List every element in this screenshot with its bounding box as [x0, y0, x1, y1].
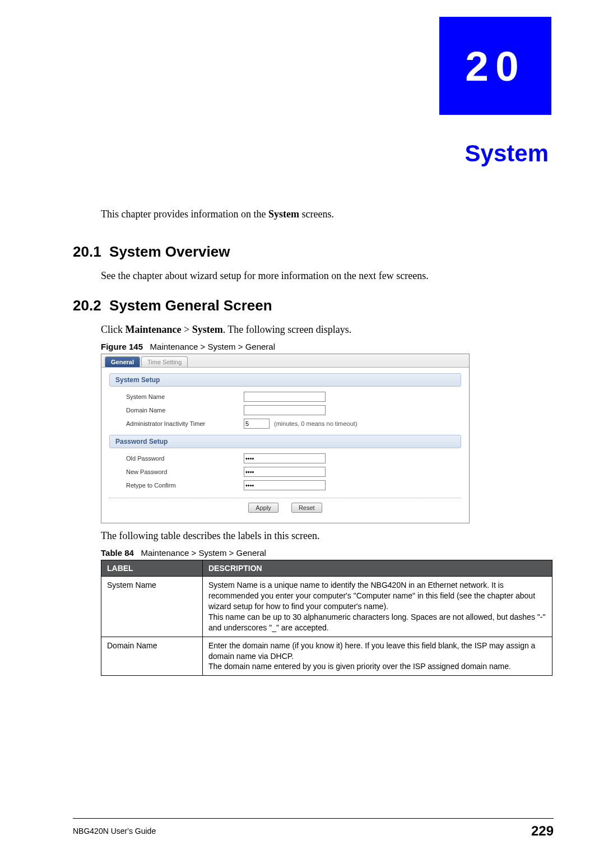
figure-container: General Time Setting System Setup System…	[101, 354, 470, 523]
section-title: System General Screen	[109, 297, 272, 314]
general-body: Click Maintenance > System. The followin…	[101, 323, 552, 336]
table-header-row: LABEL DESCRIPTION	[101, 560, 552, 577]
table-intro: The following table describes the labels…	[101, 529, 552, 542]
row-new-password: New Password	[109, 465, 461, 479]
text: >	[181, 324, 192, 335]
intro-prefix: This chapter provides information on the	[101, 208, 268, 220]
input-retype-password[interactable]	[244, 480, 326, 490]
table-row: Domain Name Enter the domain name (if yo…	[101, 637, 552, 676]
footer-page-number: 229	[531, 823, 554, 839]
table-caption-label: Table 84	[101, 548, 134, 558]
cell-description: System Name is a unique name to identify…	[203, 577, 552, 637]
content-area: This chapter provides information on the…	[73, 207, 552, 676]
document-page: 20 System This chapter provides informat…	[0, 0, 613, 868]
header-label: LABEL	[101, 560, 203, 577]
input-old-password[interactable]	[244, 453, 326, 463]
screenshot-figure: General Time Setting System Setup System…	[101, 354, 470, 523]
label-system-name: System Name	[126, 393, 244, 400]
cell-label: System Name	[101, 577, 203, 637]
desc-p1: Enter the domain name (if you know it) h…	[208, 640, 546, 662]
input-system-name[interactable]	[244, 392, 326, 402]
tab-time-setting[interactable]: Time Setting	[141, 356, 188, 367]
chapter-number: 20	[465, 42, 525, 90]
chapter-number-box: 20	[439, 17, 551, 115]
label-admin-timer: Administrator Inactivity Timer	[126, 420, 244, 427]
header-description: DESCRIPTION	[203, 560, 552, 577]
label-retype-password: Retype to Confirm	[126, 482, 244, 489]
bold: Maintenance	[126, 324, 182, 335]
figure-caption-text: Maintenance > System > General	[150, 342, 275, 351]
table-caption-text: Maintenance > System > General	[141, 548, 266, 558]
section-password-setup: Password Setup	[109, 435, 461, 448]
section-heading-general: 20.2 System General Screen	[73, 297, 552, 314]
section-title: System Overview	[109, 243, 230, 260]
section-num: 20.1	[73, 243, 101, 260]
figure-body: System Setup System Name Domain Name Adm…	[101, 368, 469, 523]
apply-button[interactable]: Apply	[248, 503, 278, 513]
intro-bold: System	[268, 208, 299, 220]
row-system-name: System Name	[109, 390, 461, 403]
table-caption: Table 84 Maintenance > System > General	[101, 548, 552, 558]
row-retype-password: Retype to Confirm	[109, 479, 461, 492]
input-new-password[interactable]	[244, 467, 326, 477]
button-row: Apply Reset	[109, 498, 461, 513]
table-84: LABEL DESCRIPTION System Name System Nam…	[101, 560, 552, 676]
reset-button[interactable]: Reset	[291, 503, 322, 513]
cell-label: Domain Name	[101, 637, 203, 676]
page-footer: NBG420N User's Guide 229	[73, 818, 554, 839]
desc-p1: System Name is a unique name to identify…	[208, 580, 546, 612]
footer-guide-name: NBG420N User's Guide	[73, 827, 156, 835]
label-new-password: New Password	[126, 468, 244, 475]
input-domain-name[interactable]	[244, 405, 326, 415]
cell-description: Enter the domain name (if you know it) h…	[203, 637, 552, 676]
desc-p2: The domain name entered by you is given …	[208, 661, 546, 672]
hint-admin-timer: (minutes, 0 means no timeout)	[274, 420, 357, 427]
bold: System	[192, 324, 223, 335]
section-heading-overview: 20.1 System Overview	[73, 243, 552, 261]
section-num: 20.2	[73, 297, 101, 314]
section-system-setup: System Setup	[109, 373, 461, 387]
figure-caption: Figure 145 Maintenance > System > Genera…	[101, 342, 552, 351]
desc-p2: This name can be up to 30 alphanumeric c…	[208, 612, 546, 633]
input-admin-timer[interactable]	[244, 419, 270, 429]
row-domain-name: Domain Name	[109, 403, 461, 417]
row-old-password: Old Password	[109, 452, 461, 465]
intro-suffix: screens.	[299, 208, 334, 220]
row-admin-timer: Administrator Inactivity Timer (minutes,…	[109, 417, 461, 430]
overview-body: See the chapter about wizard setup for m…	[101, 269, 552, 282]
table-row: System Name System Name is a unique name…	[101, 577, 552, 637]
label-old-password: Old Password	[126, 455, 244, 462]
tab-general[interactable]: General	[105, 356, 140, 367]
text: Click	[101, 324, 126, 335]
figure-caption-label: Figure 145	[101, 342, 143, 351]
label-domain-name: Domain Name	[126, 407, 244, 414]
chapter-title: System	[465, 140, 549, 167]
text: . The following screen displays.	[223, 324, 352, 335]
intro-paragraph: This chapter provides information on the…	[101, 207, 552, 221]
tab-bar: General Time Setting	[101, 354, 469, 368]
